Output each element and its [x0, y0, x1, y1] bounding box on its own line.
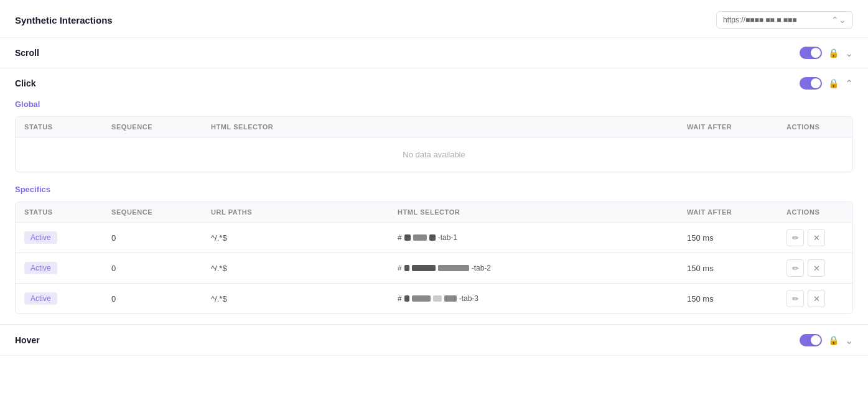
url-selector-text: https://■■■■ ■■ ■ ■■■	[723, 16, 828, 24]
scroll-section-row: Scroll 🔒 ⌄	[0, 38, 868, 68]
row3-action-buttons: ✏ ✕	[786, 290, 844, 307]
global-col-actions: ACTIONS	[778, 117, 852, 137]
row3-url-paths: ^/.*$	[202, 288, 389, 310]
table-row: Active 0 ^/.*$ # -tab-2 150 ms	[16, 253, 852, 284]
hover-lock-icon: 🔒	[828, 335, 839, 345]
row2-action-buttons: ✏ ✕	[786, 259, 844, 277]
scroll-toggle-thumb	[811, 48, 821, 58]
row1-status: Active	[16, 225, 103, 250]
row3-status: Active	[16, 286, 103, 311]
row3-sel-text: -tab-3	[459, 294, 478, 303]
specifics-table-header: STATUS SEQUENCE URL PATHS HTML SELECTOR …	[16, 202, 852, 223]
hover-section-title: Hover	[15, 335, 40, 345]
row3-wait-after: 150 ms	[678, 288, 778, 310]
row1-sel-block3	[429, 234, 436, 241]
row1-sequence: 0	[103, 227, 202, 249]
scroll-section-controls: 🔒 ⌄	[800, 47, 853, 59]
global-subsection-label: Global	[15, 100, 853, 109]
row1-url-paths: ^/.*$	[202, 227, 389, 249]
page-title: Synthetic Interactions	[15, 15, 113, 25]
global-col-sequence: SEQUENCE	[103, 117, 202, 137]
hover-toggle-track	[800, 334, 822, 346]
click-section-row: Click 🔒 ⌃	[0, 68, 868, 90]
click-toggle-track	[800, 77, 822, 90]
table-row: Active 0 ^/.*$ # -tab-3	[16, 284, 852, 313]
row2-selector-cell: # -tab-2	[398, 264, 670, 272]
row1-action-buttons: ✏ ✕	[786, 229, 844, 246]
global-col-html-selector: HTML SELECTOR	[202, 117, 678, 137]
row1-sel-block1	[404, 234, 411, 241]
row2-status: Active	[16, 256, 103, 280]
row1-wait-after: 150 ms	[678, 227, 778, 249]
click-section-content: Global STATUS SEQUENCE HTML SELECTOR WAI…	[0, 90, 868, 325]
global-col-wait-after: WAIT AFTER	[678, 117, 778, 137]
row3-selector-cell: # -tab-3	[398, 294, 670, 303]
click-section-controls: 🔒 ⌃	[800, 77, 853, 90]
row1-selector-cell: # -tab-1	[398, 233, 670, 242]
row1-actions: ✏ ✕	[778, 223, 852, 252]
row2-edit-button[interactable]: ✏	[786, 259, 804, 277]
row2-url-paths: ^/.*$	[202, 257, 389, 279]
specifics-subsection-label: Specifics	[15, 185, 853, 194]
row2-html-selector: # -tab-2	[389, 257, 678, 279]
global-table-header: STATUS SEQUENCE HTML SELECTOR WAIT AFTER…	[16, 117, 852, 137]
row2-actions: ✏ ✕	[778, 253, 852, 283]
click-toggle-thumb	[811, 78, 821, 88]
scroll-chevron-icon[interactable]: ⌄	[845, 47, 853, 59]
page-container: Synthetic Interactions https://■■■■ ■■ ■…	[0, 0, 868, 403]
url-selector-arrow-icon: ⌃⌄	[831, 15, 846, 25]
page-header: Synthetic Interactions https://■■■■ ■■ ■…	[0, 0, 868, 38]
row3-sel-block4	[444, 295, 457, 302]
hover-section-controls: 🔒 ⌄	[800, 334, 853, 346]
scroll-section-title: Scroll	[15, 48, 39, 58]
click-chevron-icon[interactable]: ⌃	[845, 78, 853, 90]
scroll-lock-icon: 🔒	[828, 48, 839, 58]
table-row: Active 0 ^/.*$ # -tab-1 150 ms	[16, 223, 852, 253]
row2-status-badge: Active	[24, 262, 57, 274]
row3-sel-block2	[412, 295, 431, 302]
hover-section-row: Hover 🔒 ⌄	[0, 325, 868, 356]
specifics-col-status: STATUS	[16, 202, 103, 222]
row2-sequence: 0	[103, 257, 202, 279]
row1-delete-button[interactable]: ✕	[808, 229, 825, 246]
row3-html-selector: # -tab-3	[389, 288, 678, 309]
row2-sel-block1	[404, 265, 409, 271]
row2-wait-after: 150 ms	[678, 257, 778, 279]
click-section-title: Click	[15, 78, 35, 88]
row3-sequence: 0	[103, 288, 202, 310]
row2-sel-block3	[438, 265, 469, 271]
click-toggle[interactable]	[800, 77, 822, 90]
specifics-col-wait-after: WAIT AFTER	[678, 202, 778, 222]
row2-delete-button[interactable]: ✕	[808, 259, 825, 277]
hover-toggle-thumb	[811, 335, 821, 345]
click-lock-icon: 🔒	[828, 78, 839, 88]
specifics-col-sequence: SEQUENCE	[103, 202, 202, 222]
hover-chevron-icon[interactable]: ⌄	[845, 335, 853, 346]
row1-edit-button[interactable]: ✏	[786, 229, 804, 246]
hover-toggle[interactable]	[800, 334, 822, 346]
scroll-toggle[interactable]	[800, 47, 822, 59]
specifics-col-html-selector: HTML SELECTOR	[389, 202, 678, 222]
global-no-data: No data available	[16, 137, 852, 172]
global-table: STATUS SEQUENCE HTML SELECTOR WAIT AFTER…	[15, 116, 853, 172]
row2-sel-text: -tab-2	[472, 264, 491, 272]
row3-status-badge: Active	[24, 292, 57, 305]
row1-status-badge: Active	[24, 231, 57, 244]
row3-actions: ✏ ✕	[778, 284, 852, 313]
row3-sel-block1	[404, 295, 409, 302]
row2-sel-block2	[412, 265, 436, 271]
row1-sel-text: -tab-1	[438, 233, 457, 242]
global-col-status: STATUS	[16, 117, 103, 137]
url-selector[interactable]: https://■■■■ ■■ ■ ■■■ ⌃⌄	[716, 11, 853, 29]
specifics-table: STATUS SEQUENCE URL PATHS HTML SELECTOR …	[15, 202, 853, 314]
scroll-toggle-track	[800, 47, 822, 59]
row3-delete-button[interactable]: ✕	[808, 290, 825, 307]
specifics-col-actions: ACTIONS	[778, 202, 852, 222]
specifics-col-url-paths: URL PATHS	[202, 202, 389, 222]
row3-sel-block3	[433, 295, 442, 302]
row1-sel-block2	[413, 234, 427, 241]
row3-edit-button[interactable]: ✏	[786, 290, 804, 307]
row1-html-selector: # -tab-1	[389, 227, 678, 248]
